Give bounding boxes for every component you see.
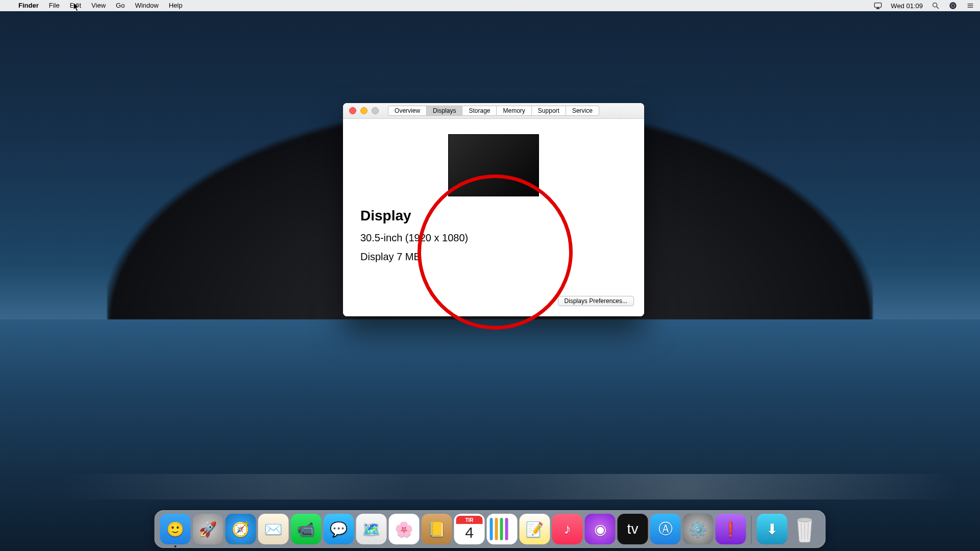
dock-feedback-assistant[interactable]: ❗ xyxy=(716,514,746,544)
calendar-day: 4 xyxy=(454,524,485,541)
app-menu[interactable]: Finder xyxy=(13,0,44,11)
dock-finder[interactable]: 🙂 xyxy=(160,514,191,544)
notification-center-icon[interactable] xyxy=(966,1,975,10)
dock-messages[interactable]: 💬 xyxy=(324,514,354,544)
menubar-clock[interactable]: Wed 01:09 xyxy=(891,2,923,10)
tab-displays[interactable]: Displays xyxy=(426,106,462,116)
window-tabs: Overview Displays Storage Memory Support… xyxy=(388,106,599,116)
dock-maps[interactable]: 🗺️ xyxy=(356,514,387,544)
dock-safari[interactable]: 🧭 xyxy=(226,514,256,544)
calendar-weekday: TIR xyxy=(456,516,483,524)
close-button[interactable] xyxy=(349,107,356,114)
spotlight-icon[interactable] xyxy=(931,1,940,10)
mouse-cursor-icon xyxy=(73,2,80,12)
dock-separator xyxy=(751,516,752,544)
menubar: Finder File Edit View Go Window Help Wed… xyxy=(0,0,980,11)
display-resolution: 30.5-inch (980 x 551) xyxy=(360,232,468,244)
dock-system-preferences[interactable]: ⚙️ xyxy=(683,514,714,544)
window-titlebar[interactable]: Overview Displays Storage Memory Support… xyxy=(343,103,644,119)
dock-notes[interactable]: 📝 xyxy=(520,514,550,544)
desktop: Finder File Edit View Go Window Help Wed… xyxy=(0,0,980,551)
dock-trash[interactable] xyxy=(790,514,820,544)
tab-memory[interactable]: Memory xyxy=(497,106,532,116)
display-thumbnail xyxy=(448,134,539,196)
tab-service[interactable]: Service xyxy=(566,106,599,116)
menu-window[interactable]: Window xyxy=(130,0,163,11)
menu-view[interactable]: View xyxy=(86,0,111,11)
dock-music[interactable]: ♪ xyxy=(552,514,583,544)
traffic-lights xyxy=(343,107,379,114)
dock-reminders[interactable] xyxy=(487,514,518,544)
wallpaper-foam xyxy=(0,474,980,499)
tab-overview[interactable]: Overview xyxy=(388,106,427,116)
dock: 🙂 🚀 🧭 ✉️ 📹 💬 🗺️ 🌸 📒 TIR 4 📝 ♪ ◉ tv xyxy=(155,510,826,548)
minimize-button[interactable] xyxy=(360,107,368,114)
display-memory: Display 7 MB xyxy=(360,251,421,263)
dock-launchpad[interactable]: 🚀 xyxy=(193,514,224,544)
siri-icon[interactable] xyxy=(948,1,958,10)
menu-help[interactable]: Help xyxy=(164,0,188,11)
about-this-mac-window: Overview Displays Storage Memory Support… xyxy=(343,103,644,316)
menu-go[interactable]: Go xyxy=(111,0,130,11)
dock-appstore[interactable]: Ⓐ xyxy=(650,514,681,544)
maximize-button[interactable] xyxy=(372,107,379,114)
tab-storage[interactable]: Storage xyxy=(462,106,497,116)
tab-support[interactable]: Support xyxy=(531,106,566,116)
dock-facetime[interactable]: 📹 xyxy=(291,514,322,544)
dock-photos[interactable]: 🌸 xyxy=(389,514,420,544)
svg-point-3 xyxy=(949,2,956,9)
dock-downloads[interactable]: ⬇ xyxy=(757,514,788,544)
dock-tv[interactable]: tv xyxy=(618,514,648,544)
displays-preferences-button[interactable]: Displays Preferences... xyxy=(558,296,634,306)
svg-point-9 xyxy=(798,518,812,522)
dock-contacts[interactable]: 📒 xyxy=(422,514,452,544)
screen-mirroring-icon[interactable] xyxy=(873,1,883,10)
svg-rect-0 xyxy=(875,3,881,8)
svg-line-2 xyxy=(937,7,939,9)
menu-file[interactable]: File xyxy=(44,0,65,11)
svg-point-1 xyxy=(933,3,937,7)
window-body: Display 30.5-inch (980 x 551) Display … xyxy=(343,119,644,316)
display-heading: Display xyxy=(360,208,411,224)
dock-calendar[interactable]: TIR 4 xyxy=(454,514,485,544)
dock-mail[interactable]: ✉️ xyxy=(258,514,289,544)
dock-podcasts[interactable]: ◉ xyxy=(585,514,616,544)
